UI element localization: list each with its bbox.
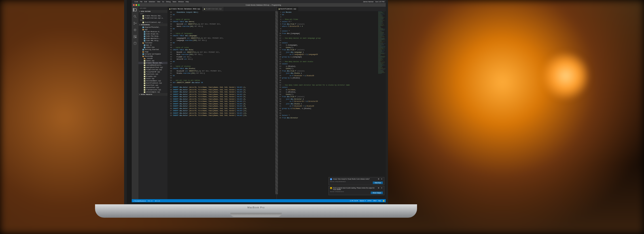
file-label: Code-Watchers-…	[146, 37, 160, 39]
explorer-item[interactable]: app	[138, 28, 168, 30]
status-item-1[interactable]: Spaces: 4	[360, 200, 366, 202]
explorer-item[interactable]: vega	[138, 51, 168, 53]
code-text-right[interactable]: use Movies GO -- Show all films select f…	[282, 11, 386, 199]
explorer-item[interactable]: fillyYearSP.sql	[138, 71, 168, 73]
close-window-button[interactable]	[133, 4, 134, 6]
status-item-3[interactable]: CRLF	[373, 200, 376, 202]
open-editors-section[interactable]: ▾OPEN EDITORS	[138, 10, 168, 13]
status-problems[interactable]: ⊘ 0 ⚠ 0	[155, 200, 160, 202]
maximize-window-button[interactable]	[138, 4, 140, 6]
bokeh-light	[539, 49, 592, 103]
menubar-item-debug[interactable]: Debug	[166, 1, 170, 2]
sql-icon	[144, 62, 145, 64]
menubar-item-tasks[interactable]: Tasks	[172, 1, 176, 2]
minimap-right[interactable]	[378, 11, 386, 194]
sql-file-icon	[142, 17, 144, 19]
close-icon[interactable]: ✕	[380, 178, 383, 180]
close-icon[interactable]: ✕	[380, 187, 383, 189]
modified-dot-icon	[204, 8, 205, 9]
explorer-item[interactable]: Transactions.sql	[138, 89, 168, 91]
explorer-item[interactable]: app.js	[138, 44, 168, 46]
code-text-left[interactable]: OscarWins tinyint NULL) GO -- table of g…	[173, 11, 276, 199]
notification-action-button[interactable]: View Now	[373, 182, 383, 184]
file-label: .vscode	[146, 58, 152, 59]
menubar-item-selection[interactable]: Selection	[149, 1, 155, 2]
status-item-4[interactable]: SQL	[378, 200, 381, 202]
open-editor-item[interactable]: filmCriteria1.sql u…	[138, 17, 168, 19]
gear-icon[interactable]: ⚙	[378, 178, 380, 180]
explorer-item[interactable]: kevinandmatt.sql	[138, 80, 168, 82]
open-editor-item[interactable]: Create Movies Dat…	[138, 15, 168, 17]
file-label: kevinandmatt.sql	[146, 80, 161, 82]
pane-resize-handle[interactable]	[275, 11, 278, 194]
file-label: fillyYearSP.sql	[146, 71, 160, 73]
file-label: Create Movies Dat…	[146, 62, 163, 64]
status-sync[interactable]: ⟳ 0 ↓ 0 ↑	[148, 200, 153, 202]
menubar-item-edit[interactable]: Edit	[144, 1, 147, 2]
status-item-2[interactable]: UTF-8	[368, 200, 371, 202]
debug-activity-icon[interactable]	[133, 28, 137, 32]
explorer-item[interactable]: Code-Watchers-…	[138, 37, 168, 39]
open-editor-item[interactable]: ScottFilmtest.sql …	[138, 21, 168, 23]
explorer-item[interactable]: filmCriteria1.sql	[138, 68, 168, 71]
explorer-activity-icon[interactable]	[133, 8, 137, 11]
source-control-activity-icon[interactable]	[133, 21, 137, 25]
explorer-item[interactable]: Create Movies Dat…	[138, 62, 168, 64]
sql-icon	[144, 80, 145, 82]
extensions-activity-icon[interactable]	[133, 35, 137, 38]
notification-action-button[interactable]: Show Output	[371, 192, 383, 194]
menubar-item-go[interactable]: Go	[162, 1, 164, 2]
minimize-window-button[interactable]	[136, 4, 137, 6]
search-activity-icon[interactable]	[133, 15, 137, 18]
explorer-item[interactable]: .vscode	[138, 57, 168, 60]
explorer-item[interactable]: secondTest.sql	[138, 86, 168, 89]
code-editor-right[interactable]: 1 2 3 4 5 6 7 8 9 10 11 12 13 14 15 16 1…	[277, 11, 386, 199]
macos-user[interactable]: James Hannan	[363, 1, 374, 2]
explorer-item[interactable]: Cases.sql	[138, 60, 168, 62]
editor-area: Create Movies Database 2018.sqlfilmCrite…	[168, 7, 386, 199]
menubar-item-window[interactable]: Window	[178, 1, 184, 2]
code-editor-left[interactable]: 25 26 27 28 29 30 31 32 33 34 35 36 37 3…	[168, 11, 276, 199]
explorer-item[interactable]: MoviesSQL	[138, 55, 168, 57]
explorer-item[interactable]: index.htm	[138, 46, 168, 48]
explorer-item[interactable]: customDataFuncti…	[138, 64, 168, 66]
explorer-item[interactable]: ScottTest.sql	[138, 84, 168, 86]
explorer-item[interactable]: unisexample.sql	[138, 91, 168, 93]
menubar-item-help[interactable]: Help	[186, 1, 189, 2]
menubar-item-file[interactable]: File	[140, 1, 142, 2]
editor-pane-right: ScottFilmtest.sql 1 2 3 4 5 6 7 8 9 10 1…	[277, 7, 386, 199]
editor-tab[interactable]: ScottFilmtest.sql	[277, 7, 298, 11]
explorer-item[interactable]: Groupby.sql	[138, 75, 168, 77]
explorer-item[interactable]: Code-Scope-An…	[138, 33, 168, 35]
project-section[interactable]: ▾PROGRAMMING	[138, 23, 168, 26]
menubar-item-view[interactable]: View	[157, 1, 160, 2]
file-label: Joins.sql	[146, 78, 154, 79]
explorer-item[interactable]: AngularPhonoCat…	[138, 26, 168, 28]
tab-label: Create Movies Database 2018.sql	[171, 8, 200, 10]
explorer-item[interactable]: eclipse-workspace	[138, 53, 168, 55]
explorer-item[interactable]: Code-XML-Http…	[138, 39, 168, 42]
explorer-item[interactable]: Code-The-Scop…	[138, 35, 168, 37]
sql-activity-icon[interactable]	[133, 41, 137, 45]
status-git-branch[interactable]: ⎇ ZombieShooter.en	[133, 200, 146, 202]
macos-clock[interactable]: Sun 1:57 PM	[376, 1, 384, 2]
editor-tab[interactable]: filmCriteria1.sql	[202, 7, 224, 11]
explorer-item[interactable]: Finished	[138, 42, 168, 44]
svg-rect-6	[134, 35, 135, 36]
sql-icon	[144, 67, 145, 68]
gear-icon[interactable]: ⚙	[378, 187, 380, 189]
editor-tab[interactable]: Create Movies Database 2018.sql	[168, 7, 202, 11]
status-bar: ⎇ ZombieShooter.en ⟳ 0 ↓ 0 ↑ ⊘ 0 ⚠ 0 Ln …	[132, 199, 386, 202]
menubar-item-code[interactable]: Code	[134, 1, 138, 2]
tab-label: ScottFilmtest.sql	[280, 8, 296, 10]
status-item-0[interactable]: Ln 44, Col 24	[350, 200, 358, 202]
maven-projects-section[interactable]: ▸MAVEN PROJECTS	[138, 93, 168, 96]
explorer-item[interactable]: ScottFilmtest.sql	[138, 82, 168, 84]
sql-file-icon	[142, 22, 144, 23]
explorer-item[interactable]: Getting Started	[138, 48, 168, 51]
explorer-item[interactable]: Joins.sql	[138, 77, 168, 80]
explorer-item[interactable]: Functions.sql	[138, 73, 168, 75]
explorer-item[interactable]: emptyScottTest.sql	[138, 66, 168, 68]
explorer-item[interactable]: Code-Modules-A…	[138, 30, 168, 33]
status-item-5[interactable]: 🙂	[383, 200, 384, 202]
